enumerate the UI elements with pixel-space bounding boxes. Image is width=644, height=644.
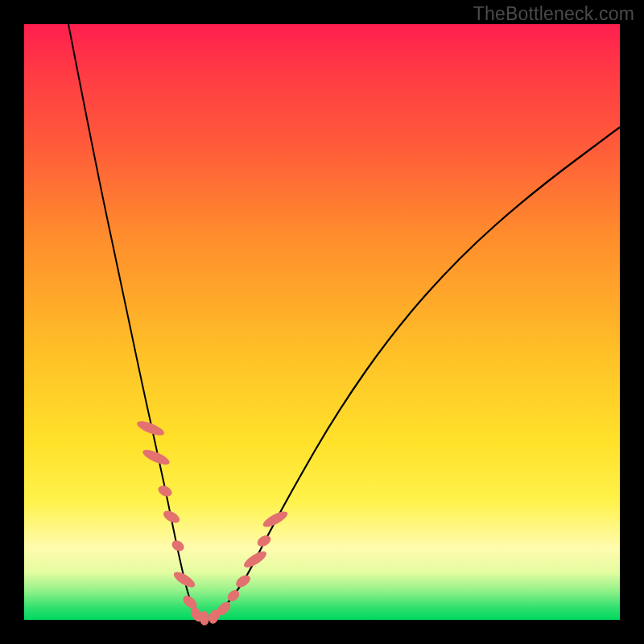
bottleneck-curve-left bbox=[68, 24, 201, 619]
chart-frame: TheBottleneck.com bbox=[0, 0, 644, 644]
plot-area bbox=[24, 24, 620, 620]
data-marker bbox=[255, 533, 273, 548]
data-marker bbox=[233, 572, 252, 589]
data-marker bbox=[242, 548, 268, 570]
data-marker bbox=[200, 611, 209, 625]
curve-svg bbox=[24, 24, 620, 620]
data-marker bbox=[261, 509, 290, 530]
data-markers bbox=[135, 419, 290, 625]
data-marker bbox=[225, 588, 242, 603]
watermark-text: TheBottleneck.com bbox=[473, 3, 634, 25]
bottleneck-curve-right bbox=[209, 127, 620, 619]
data-marker bbox=[171, 569, 197, 590]
